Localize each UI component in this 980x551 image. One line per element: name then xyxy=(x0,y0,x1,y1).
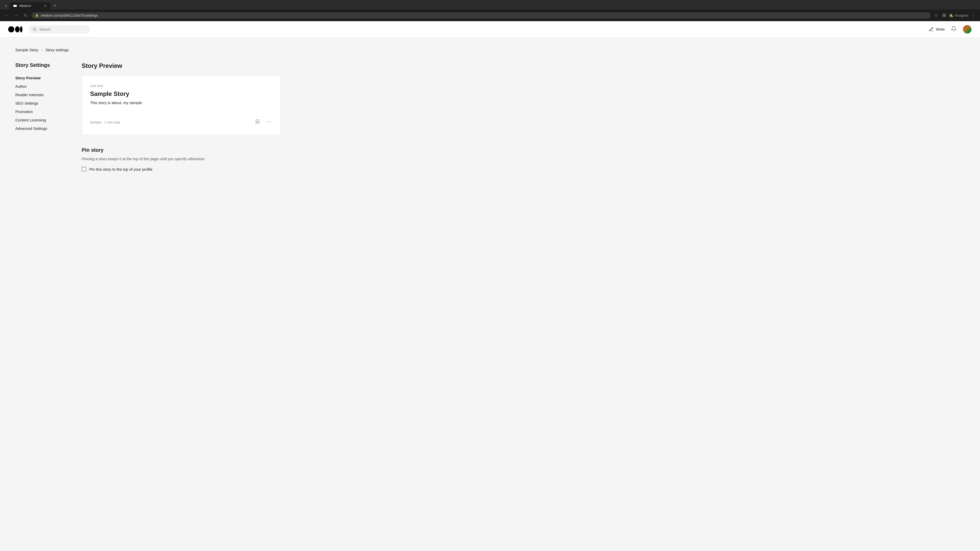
card-timestamp: Just now xyxy=(90,84,272,88)
more-options-button[interactable] xyxy=(265,118,272,127)
incognito-icon: 🕵 xyxy=(949,14,953,17)
refresh-button[interactable]: ↻ xyxy=(22,12,29,19)
svg-point-4 xyxy=(20,26,22,32)
sidebar-item-seo-settings[interactable]: SEO Settings xyxy=(15,100,66,107)
avatar[interactable] xyxy=(963,25,972,34)
url-text: medium.com/p/28411229a73c/settings xyxy=(41,14,927,17)
story-preview-section-title: Story Preview xyxy=(82,62,281,69)
sidebar-item-advanced-settings[interactable]: Advanced Settings xyxy=(15,125,66,132)
breadcrumb-separator: › xyxy=(41,48,42,52)
ellipsis-icon xyxy=(266,119,271,124)
app-header: Write xyxy=(0,21,980,38)
browser-chrome: ▾ Medium ✕ + ← → ↻ 🔒 medium.com/p/284112… xyxy=(0,0,980,21)
tab-favicon xyxy=(13,4,18,8)
incognito-badge: 🕵 Incognito xyxy=(949,14,968,17)
card-description: This story is about, my sample. xyxy=(90,100,272,106)
tab-close-button[interactable]: ✕ xyxy=(44,4,47,8)
incognito-label: Incognito xyxy=(955,14,968,17)
breadcrumb: Sample Story › Story settings xyxy=(15,48,965,52)
pin-story-description: Pinning a story keeps it at the top of t… xyxy=(82,156,281,162)
card-footer: Sample 1 min read xyxy=(90,118,272,127)
sidebar-item-author[interactable]: Author xyxy=(15,83,66,90)
svg-point-5 xyxy=(33,28,36,30)
pin-story-title: Pin story xyxy=(82,147,281,153)
svg-line-6 xyxy=(35,30,36,31)
medium-logo-svg xyxy=(8,25,24,34)
layout-button[interactable]: ⊞ xyxy=(941,11,947,19)
forward-button[interactable]: → xyxy=(13,12,20,19)
svg-point-2 xyxy=(8,26,14,32)
sidebar-item-story-preview[interactable]: Story Preview xyxy=(15,74,66,82)
pin-story-section: Pin story Pinning a story keeps it at th… xyxy=(82,147,281,171)
sidebar-title: Story Settings xyxy=(15,62,66,68)
new-tab-button[interactable]: + xyxy=(52,2,59,10)
svg-point-10 xyxy=(269,121,269,122)
notifications-button[interactable] xyxy=(951,26,956,33)
pin-checkbox-row: Pin this story to the top of your profil… xyxy=(82,167,281,171)
sidebar: Story Settings Story Preview Author Read… xyxy=(15,62,66,184)
card-title: Sample Story xyxy=(90,90,272,97)
lock-icon: 🔒 xyxy=(35,14,39,17)
search-icon xyxy=(33,27,37,32)
sidebar-item-promotion[interactable]: Promotion xyxy=(15,108,66,115)
tab-title: Medium xyxy=(19,4,31,8)
breadcrumb-current: Story settings xyxy=(45,48,68,52)
card-footer-right xyxy=(254,118,272,127)
svg-point-3 xyxy=(15,26,20,32)
menu-button[interactable]: ⋮ xyxy=(970,11,977,19)
header-right: Write xyxy=(929,25,972,34)
medium-logo[interactable] xyxy=(8,25,24,34)
browser-toolbar: ← → ↻ 🔒 medium.com/p/28411229a73c/settin… xyxy=(0,10,980,21)
svg-point-1 xyxy=(15,5,17,7)
pin-checkbox-label[interactable]: Pin this story to the top of your profil… xyxy=(89,167,153,171)
write-button[interactable]: Write xyxy=(929,27,945,32)
bookmark-button[interactable]: ☆ xyxy=(933,11,939,19)
search-input[interactable] xyxy=(39,27,86,32)
browser-toolbar-right: ☆ ⊞ 🕵 Incognito ⋮ xyxy=(933,11,977,19)
back-button[interactable]: ← xyxy=(3,12,10,19)
card-footer-left: Sample 1 min read xyxy=(90,121,120,124)
pin-checkbox[interactable] xyxy=(82,167,86,171)
page-layout: Story Settings Story Preview Author Read… xyxy=(15,62,965,184)
write-label: Write xyxy=(936,27,945,32)
card-read-time: 1 min read xyxy=(104,121,120,124)
write-icon xyxy=(929,27,934,32)
sidebar-nav: Story Preview Author Reader Interests SE… xyxy=(15,74,66,132)
breadcrumb-story-link[interactable]: Sample Story xyxy=(15,48,38,52)
bell-icon xyxy=(951,26,956,32)
search-bar[interactable] xyxy=(29,25,90,33)
svg-point-11 xyxy=(270,121,271,122)
sidebar-item-content-licensing[interactable]: Content Licensing xyxy=(15,116,66,124)
url-bar[interactable]: 🔒 medium.com/p/28411229a73c/settings xyxy=(32,12,931,19)
active-tab[interactable]: Medium ✕ xyxy=(10,2,51,10)
svg-point-9 xyxy=(267,121,268,122)
browser-tabs: ▾ Medium ✕ + xyxy=(0,0,980,10)
page-content: Sample Story › Story settings Story Sett… xyxy=(0,38,980,551)
story-preview-card: Just now Sample Story This story is abou… xyxy=(82,76,281,135)
bookmark-add-icon xyxy=(255,119,260,124)
sidebar-item-reader-interests[interactable]: Reader Interests xyxy=(15,91,66,98)
save-story-button[interactable] xyxy=(254,118,261,127)
main-content: Story Preview Just now Sample Story This… xyxy=(82,62,281,184)
card-tag: Sample xyxy=(90,121,101,124)
tab-list-button[interactable]: ▾ xyxy=(3,3,9,9)
